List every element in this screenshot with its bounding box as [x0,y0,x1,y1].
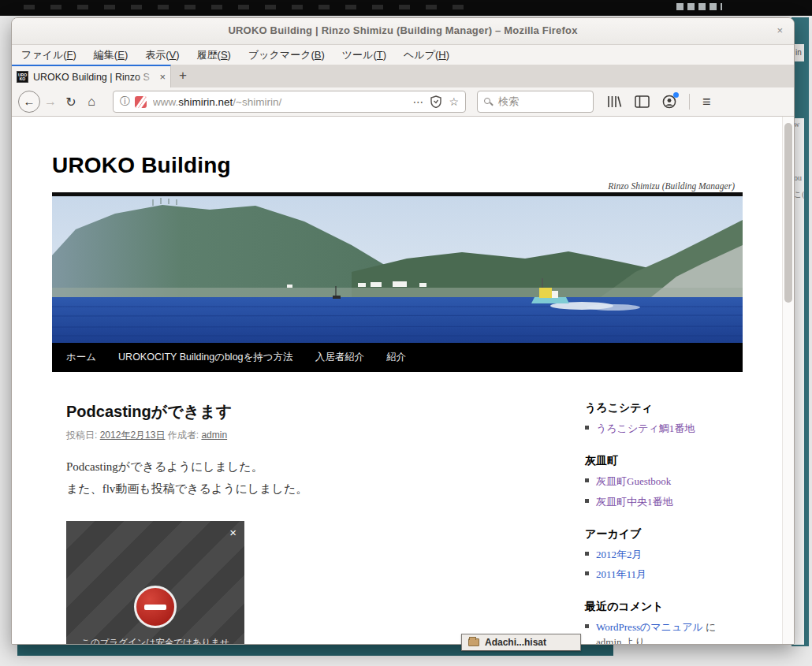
back-button[interactable]: ← [18,91,40,113]
menu-history[interactable]: 履歴(S) [197,48,231,62]
plugin-close-icon[interactable]: × [229,526,237,539]
url-text[interactable]: www.shimirin.net/~shimirin/ [153,96,405,108]
menu-bookmarks[interactable]: ブックマーク(B) [248,48,325,62]
menu-bar: ファイル(F) 編集(E) 表示(V) 履歴(S) ブックマーク(B) ツール(… [12,45,794,65]
site-subtitle: Rinzo Shimizu (Building Manager) [608,181,735,191]
site-title[interactable]: UROKO Building [52,140,743,178]
article-meta: 投稿日: 2012年2月13日 作成者: admin [66,429,557,442]
background-window-top-bar [0,0,812,16]
folder-icon [468,638,479,646]
blocked-plugin-box[interactable]: × このプラグインは安全ではありません。更新してください。 Adobe Flas… [66,521,244,645]
sliver-text-fragment: こ( [794,189,805,200]
widget-urokocity: うろこシティ うろこシティ鯛1番地 [585,401,743,437]
article-author-link[interactable]: admin [201,430,227,441]
archive-link[interactable]: 2011年11月 [596,568,646,580]
site-favicon-icon: UROKO [17,71,28,83]
article-title[interactable]: Podcastingができます [66,401,557,422]
scrollbar-thumb[interactable] [784,123,792,303]
article-date-link[interactable]: 2012年2月13日 [100,430,166,441]
toolbar-separator [689,94,690,110]
list-item: うろこシティ鯛1番地 [585,422,743,437]
main-navigation: ホーム UROKOCITY Buildingのblogを持つ方法 入居者紹介 紹… [52,343,743,372]
home-button[interactable]: ⌂ [81,95,102,109]
navigation-toolbar: ← → ↻ ⌂ ⓘ www.shimirin.net/~shimirin/ ⋯ … [12,87,794,117]
tab-close-icon[interactable]: × [159,71,166,83]
menu-file[interactable]: ファイル(F) [21,48,76,62]
sidebar-link[interactable]: 灰皿町Guestbook [596,475,671,487]
list-item: 灰皿町中央1番地 [585,495,743,510]
comment-item: WordPressのマニュアル に admin より [585,620,743,644]
list-item: 灰皿町Guestbook [585,474,743,489]
account-icon[interactable] [662,95,676,109]
widget-recent-comments: 最近のコメント WordPressのマニュアル に admin より WordP… [585,600,743,644]
sliver-text-fragment: w [794,120,799,128]
new-tab-button[interactable]: + [171,65,195,87]
nav-about[interactable]: 紹介 [386,351,406,364]
widget-title: 最近のコメント [585,600,743,614]
firefox-window: UROKO Building | Rinzo Shimizu (Building… [11,17,795,645]
search-icon [484,98,493,106]
widget-title: 灰皿町 [585,454,743,468]
library-icon[interactable] [606,95,622,109]
widget-title: うろこシティ [585,401,743,415]
window-title: UROKO Building | Rinzo Shimizu (Building… [12,24,794,36]
sidebar: うろこシティ うろこシティ鯛1番地 灰皿町 灰皿町Guestbook 灰皿町中央… [585,401,743,644]
reload-button[interactable]: ↻ [61,95,81,110]
forward-button[interactable]: → [40,95,61,109]
app-menu-icon[interactable]: ≡ [702,94,711,110]
tab-bar: UROKO UROKO Building | Rinzo S × + [12,65,794,87]
background-folder-tab[interactable]: Adachi...hisat [461,634,581,651]
folder-tab-label: Adachi...hisat [485,637,546,648]
archive-link[interactable]: 2012年2月 [596,549,643,560]
tab-uroko-building[interactable]: UROKO UROKO Building | Rinzo S × [12,65,171,87]
window-close-button[interactable]: × [777,24,783,36]
menu-view[interactable]: 表示(V) [145,48,179,62]
list-item: 2012年2月 [585,548,743,563]
sidebar-toggle-icon[interactable] [635,95,650,108]
sliver-text-fragment: ou [794,173,802,182]
nav-blog-howto[interactable]: UROKOCITY Buildingのblogを持つ方法 [118,351,293,364]
site-info-icon[interactable]: ⓘ [120,95,130,109]
blocked-icon [134,586,177,628]
widget-title: アーカイブ [585,527,743,541]
background-bar-marks [24,5,465,9]
sidebar-link[interactable]: 灰皿町中央1番地 [596,496,673,508]
search-placeholder: 検索 [498,95,519,109]
list-item: 2011年11月 [585,567,743,582]
bookmark-star-icon[interactable]: ☆ [449,95,459,108]
header-image [52,192,743,343]
plugin-warning-text: このプラグインは安全ではありません。更新してください。 [73,636,238,645]
background-bar-marks-right [676,3,722,10]
url-bar[interactable]: ⓘ www.shimirin.net/~shimirin/ ⋯ ☆ [113,91,466,113]
comment-link[interactable]: WordPressのマニュアル [596,621,703,633]
nav-home[interactable]: ホーム [66,351,96,364]
search-box[interactable]: 検索 [477,91,594,113]
widget-haizara: 灰皿町 灰皿町Guestbook 灰皿町中央1番地 [585,454,743,510]
page-viewport: UROKO Building Rinzo Shimizu (Building M… [12,117,794,644]
page-actions-icon[interactable]: ⋯ [412,95,423,108]
article-body: Podcastingができるようにしました。 また、flv動画も投稿できるように… [66,456,557,500]
widget-archives: アーカイブ 2012年2月 2011年11月 [585,527,743,583]
menu-edit[interactable]: 編集(E) [94,48,128,62]
menu-tools[interactable]: ツール(T) [342,48,386,62]
page-scrollbar[interactable] [782,117,794,644]
sidebar-link[interactable]: うろこシティ鯛1番地 [596,422,695,434]
site-header: UROKO Building Rinzo Shimizu (Building M… [52,140,743,192]
menu-help[interactable]: ヘルプ(H) [404,48,449,62]
desktop: in w ou こ( UROKO Building | Rinzo Shimiz… [0,0,812,666]
window-titlebar[interactable]: UROKO Building | Rinzo Shimizu (Building… [12,18,794,45]
pocket-shield-icon[interactable] [430,95,441,108]
notification-dot [673,92,679,98]
article: Podcastingができます 投稿日: 2012年2月13日 作成者: adm… [52,401,557,644]
sliver-text-fragment: in [793,44,804,61]
tab-title: UROKO Building | Rinzo S [33,72,156,83]
flash-plugin-icon[interactable] [135,96,147,108]
nav-residents[interactable]: 入居者紹介 [315,351,365,364]
